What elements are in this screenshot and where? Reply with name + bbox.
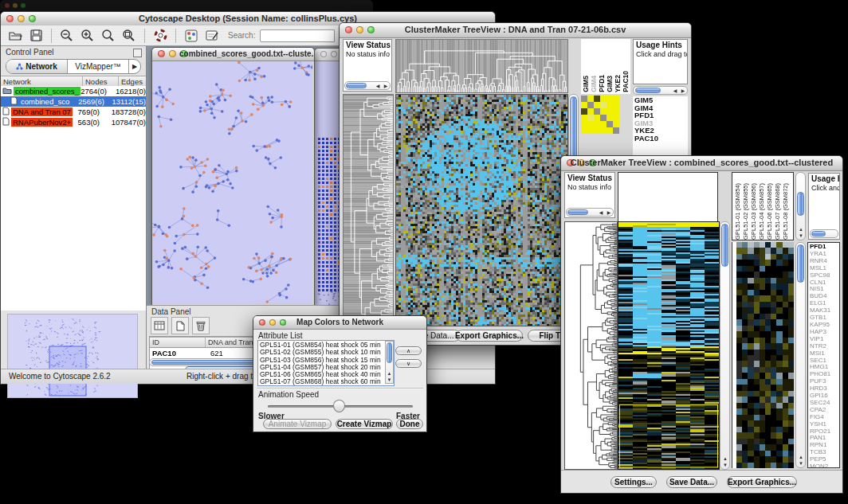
group-separator xyxy=(257,388,423,389)
network-edges: 107847(0) xyxy=(112,118,146,127)
control-panel: Control Panel Network VizMapper™ ▶ Netwo… xyxy=(1,46,147,369)
tv2-column-label[interactable]: GPL51-07 (GSM868) xyxy=(774,183,781,240)
network-row[interactable]: RNAPuberNov2+563(0)107847(0) xyxy=(1,117,146,127)
tv1-heatmap-canvas[interactable] xyxy=(395,94,568,326)
tv1-row-dendrogram[interactable] xyxy=(343,94,394,326)
network-nodes: 2569(6) xyxy=(78,97,112,106)
save-icon[interactable] xyxy=(28,28,44,44)
traffic-light-dim-icon xyxy=(5,3,10,8)
help-icon[interactable] xyxy=(152,28,168,44)
create-vizmap-button[interactable]: Create Vizmap xyxy=(336,419,393,429)
tab-vizmapper[interactable]: VizMapper™ xyxy=(67,60,128,73)
trash-icon[interactable] xyxy=(192,317,210,334)
tv1-column-labels: GIM5GIM4PFD1GIM3YKE2PAC10 xyxy=(581,39,630,94)
tv1-status-hscrollbar[interactable]: ◀▶ xyxy=(344,81,391,90)
network-window-a[interactable]: combined_scores_good.txt--cluste... xyxy=(151,47,315,305)
tv2-gene-list[interactable]: PFD1YRA1RNR4MSL1SPC98CLN1NIS1BUD4ELG1MAK… xyxy=(807,242,840,468)
annotation-icon[interactable] xyxy=(204,28,220,44)
tv2-detail-vscrollbar[interactable]: ▲▼ xyxy=(795,242,806,468)
tv1-column-dendrogram[interactable] xyxy=(395,39,568,93)
open-icon[interactable] xyxy=(7,28,23,44)
tv2-status-hscrollbar[interactable]: ◀▶ xyxy=(566,208,614,217)
document-icon[interactable] xyxy=(171,317,189,334)
move-up-button[interactable]: ∧ xyxy=(395,346,422,355)
tv2-heatmap-canvas[interactable] xyxy=(618,221,720,470)
status-welcome: Welcome to Cytoscape 2.6.2 xyxy=(9,372,111,381)
attribute-list[interactable]: GPL51-01 (GSM854) heat shock 05 minGPL51… xyxy=(257,340,395,386)
network-row[interactable]: combined_scores_2764(0)16218(0) xyxy=(1,86,146,96)
network-view-canvas[interactable] xyxy=(152,61,312,304)
treeview1-titlebar[interactable]: ClusterMaker TreeView : DNA and Tran 07-… xyxy=(340,23,691,38)
toolbar-separator xyxy=(51,29,52,43)
zoom-fit-icon[interactable] xyxy=(100,28,116,44)
tv2-column-label[interactable]: GPL51-01 (GSM854) xyxy=(734,183,741,240)
tv2-column-label[interactable]: GPL51-04 (GSM857) xyxy=(758,183,765,240)
background-window-titlebar xyxy=(0,0,373,11)
tv1-column-label[interactable]: GIM5 xyxy=(583,76,590,92)
tv2-save-data-button[interactable]: Save Data... xyxy=(666,476,717,488)
tv2-heatmap-vscrollbar[interactable]: ▲▼ xyxy=(720,221,730,470)
tv2-labels-vscrollbar[interactable]: ▲▼ xyxy=(795,172,806,240)
float-panel-icon[interactable] xyxy=(133,49,142,57)
zoom-out-icon[interactable] xyxy=(59,28,75,44)
birdseye-panel xyxy=(1,311,146,369)
network-name: RNAPuberNov2+ xyxy=(11,118,73,127)
tv2-usage-hints: Usage Hi Click and xyxy=(808,173,840,240)
tv1-row-label[interactable]: PAC10 xyxy=(634,135,688,143)
gene-list-item[interactable]: MON2 xyxy=(810,463,839,468)
tv1-view-status: View Status No status info f ◀▶ xyxy=(343,39,392,92)
tv1-export-graphics-button[interactable]: Export Graphics... xyxy=(456,330,523,342)
data-row-id: PAC10 xyxy=(150,349,208,357)
file-icon xyxy=(2,117,10,127)
network-name-cell: DNA and Tran 07 xyxy=(1,107,78,117)
tv1-column-label[interactable]: PFD1 xyxy=(599,75,606,92)
tv1-column-label[interactable]: GIM3 xyxy=(607,76,614,92)
network-edges: 183728(0) xyxy=(112,107,146,116)
close-icon[interactable] xyxy=(320,51,327,57)
search-input[interactable] xyxy=(260,29,335,42)
slider-thumb[interactable] xyxy=(333,400,345,412)
control-panel-title: Control Panel xyxy=(1,46,146,57)
tv2-export-graphics-button[interactable]: Export Graphics... xyxy=(727,476,797,488)
zoom-in-icon[interactable] xyxy=(80,28,96,44)
tv2-column-label[interactable]: GPL51-02 (GSM855) xyxy=(742,183,749,240)
minimize-icon[interactable] xyxy=(331,51,337,57)
network-edges: 13112(15) xyxy=(112,97,146,106)
map-dialog-titlebar[interactable]: Map Colors to Network xyxy=(253,316,426,330)
tab-network[interactable]: Network xyxy=(6,60,67,73)
toolbar-separator xyxy=(175,29,176,43)
tv1-usage-hscrollbar[interactable]: ◀▶ xyxy=(633,86,688,95)
tv2-row-dendrogram[interactable] xyxy=(564,221,618,470)
network-row[interactable]: DNA and Tran 07769(0)183728(0) xyxy=(1,107,146,117)
network-name-cell: combined_scores_ xyxy=(1,87,80,96)
tv1-selection-heatmap[interactable] xyxy=(581,96,619,134)
network-list: combined_scores_2764(0)16218(0)combined_… xyxy=(1,86,146,127)
tv2-column-label[interactable]: GPL51-03 (GSM856) xyxy=(750,183,757,240)
treeview2-titlebar[interactable]: ClusterMaker TreeView : combined_scores_… xyxy=(561,156,842,171)
network-name: DNA and Tran 07 xyxy=(11,107,73,116)
done-button[interactable]: Done xyxy=(396,419,423,429)
tab-overflow-icon[interactable]: ▶ xyxy=(128,60,140,73)
attribute-list-item[interactable]: GPL51-07 (GSM868) heat shock 60 min xyxy=(260,378,394,385)
birdseye-view-canvas[interactable] xyxy=(7,314,138,398)
toolbar-separator xyxy=(144,29,145,43)
tv1-column-label[interactable]: YKE2 xyxy=(614,75,622,92)
tv2-detail-heatmap[interactable] xyxy=(736,242,794,468)
attribute-list-vscrollbar[interactable]: ▲▼ xyxy=(385,341,394,384)
vizmapper-icon[interactable] xyxy=(183,28,199,44)
treeview2-window: ClusterMaker TreeView : combined_scores_… xyxy=(560,155,843,494)
network-tab-icon xyxy=(16,63,23,70)
tv1-column-label[interactable]: PAC10 xyxy=(622,71,630,92)
tv2-column-label[interactable]: GPL51-08 (GSM872) xyxy=(782,183,789,240)
tv1-column-label[interactable]: GIM4 xyxy=(591,76,598,92)
network-row[interactable]: combined_sco2569(6)13112(15) xyxy=(1,96,146,107)
data-row-value: 621 xyxy=(208,349,223,357)
tv2-usage-hscrollbar[interactable] xyxy=(810,229,838,238)
tv2-column-label[interactable]: GPL51-06 (GSM865) xyxy=(766,183,773,240)
table-icon[interactable] xyxy=(151,317,168,334)
move-down-button[interactable]: ∨ xyxy=(395,359,422,368)
animate-vizmap-button[interactable]: Animate Vizmap xyxy=(263,419,332,429)
zoom-selected-icon[interactable] xyxy=(121,28,137,44)
tv2-column-labels: GPL51-01 (GSM854)GPL51-02 (GSM855)GPL51-… xyxy=(732,172,794,240)
tv2-settings-button[interactable]: Settings... xyxy=(610,476,657,488)
